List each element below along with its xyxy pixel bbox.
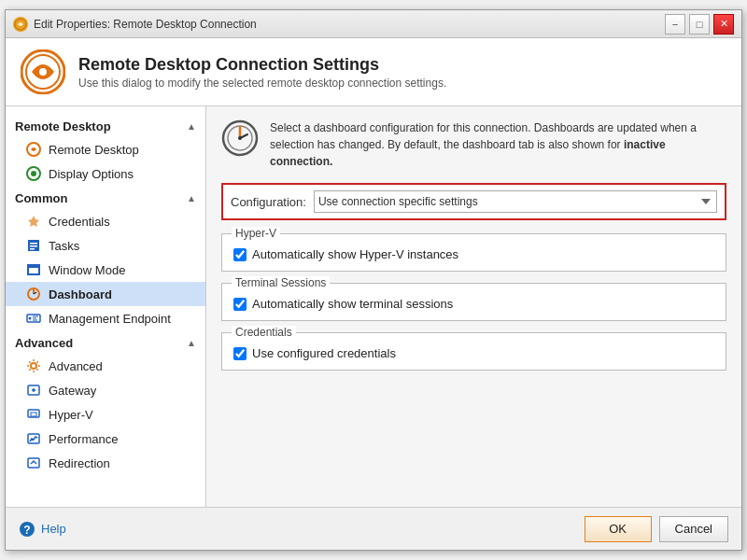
- terminal-sessions-checkbox[interactable]: [233, 298, 247, 311]
- sidebar-item-window-mode[interactable]: Window Mode: [6, 258, 205, 282]
- close-button[interactable]: ✕: [713, 14, 734, 35]
- svg-point-3: [39, 68, 47, 76]
- config-label: Configuration:: [231, 195, 306, 209]
- sidebar-item-tasks[interactable]: Tasks: [6, 233, 205, 258]
- sidebar: Remote Desktop ▲ Remote Desktop Display …: [6, 106, 206, 507]
- credentials-checkbox-label[interactable]: Use configured credentials: [233, 346, 396, 360]
- window-title: Edit Properties: Remote Desktop Connecti…: [34, 18, 665, 31]
- svg-rect-10: [30, 248, 35, 250]
- sidebar-section-remote-desktop[interactable]: Remote Desktop ▲: [6, 114, 205, 137]
- window-mode-icon: [26, 262, 41, 277]
- help-icon: ?: [19, 521, 35, 538]
- content-panel: Select a dashboard configuration for thi…: [206, 106, 741, 507]
- performance-icon: [26, 431, 41, 446]
- display-options-icon: [26, 166, 41, 181]
- header-text-block: Remote Desktop Connection Settings Use t…: [78, 55, 446, 90]
- dialog-subtitle: Use this dialog to modify the selected r…: [78, 77, 446, 90]
- terminal-sessions-checkbox-row: Automatically show terminal sessions: [233, 297, 714, 311]
- svg-rect-21: [28, 458, 39, 468]
- svg-point-15: [29, 317, 32, 320]
- hyper-v-group: Hyper-V Automatically show Hyper-V insta…: [221, 233, 726, 272]
- chevron-up-icon-common: ▲: [187, 193, 196, 203]
- configuration-row: Configuration: Use connection specific s…: [221, 183, 726, 220]
- credentials-checkbox[interactable]: [233, 347, 247, 360]
- tasks-icon: [26, 238, 41, 253]
- terminal-sessions-checkbox-label[interactable]: Automatically show terminal sessions: [233, 297, 453, 311]
- dialog-header: Remote Desktop Connection Settings Use t…: [6, 38, 741, 106]
- maximize-button[interactable]: □: [689, 14, 710, 35]
- sidebar-item-advanced[interactable]: Advanced: [6, 354, 205, 378]
- hyper-v-group-title: Hyper-V: [232, 227, 280, 240]
- dialog-footer: ? Help OK Cancel: [6, 507, 741, 550]
- help-button[interactable]: ? Help: [19, 521, 66, 538]
- sidebar-item-management-endpoint[interactable]: Management Endpoint: [6, 306, 205, 330]
- config-select[interactable]: Use connection specific settingsDefaultC…: [314, 190, 717, 213]
- advanced-icon: [26, 358, 41, 373]
- dashboard-description-text: Select a dashboard configuration for thi…: [270, 119, 726, 170]
- sidebar-section-advanced[interactable]: Advanced ▲: [6, 330, 205, 354]
- chevron-up-icon-advanced: ▲: [187, 338, 196, 348]
- sidebar-item-display-options[interactable]: Display Options: [6, 161, 205, 186]
- svg-rect-9: [30, 245, 37, 247]
- management-endpoint-icon: [26, 311, 41, 326]
- svg-rect-12: [28, 265, 39, 268]
- gateway-icon: [26, 383, 41, 398]
- credentials-group: Credentials Use configured credentials: [221, 332, 726, 371]
- hyper-v-checkbox[interactable]: [233, 248, 247, 261]
- sidebar-item-performance[interactable]: Performance: [6, 427, 205, 451]
- svg-point-16: [31, 363, 36, 369]
- hyper-v-checkbox-row: Automatically show Hyper-V instances: [233, 247, 714, 261]
- remote-desktop-nav-icon: [26, 142, 41, 157]
- terminal-sessions-group: Terminal Sessions Automatically show ter…: [221, 283, 726, 321]
- svg-rect-19: [31, 413, 36, 416]
- redirection-icon: [26, 455, 41, 470]
- remote-desktop-logo: [21, 49, 65, 94]
- svg-text:?: ?: [23, 523, 30, 536]
- terminal-sessions-group-title: Terminal Sessions: [232, 276, 330, 289]
- credentials-group-title: Credentials: [232, 326, 296, 339]
- sidebar-item-dashboard[interactable]: Dashboard: [6, 282, 205, 306]
- svg-rect-8: [30, 243, 37, 245]
- hyperv-icon: [26, 407, 41, 422]
- sidebar-item-redirection[interactable]: Redirection: [6, 451, 205, 475]
- app-icon: [13, 17, 28, 32]
- footer-action-buttons: OK Cancel: [585, 516, 728, 542]
- ok-button[interactable]: OK: [585, 516, 652, 542]
- hyper-v-checkbox-label[interactable]: Automatically show Hyper-V instances: [233, 247, 458, 261]
- dialog-title: Remote Desktop Connection Settings: [78, 55, 446, 75]
- minimize-button[interactable]: −: [665, 14, 685, 35]
- sidebar-item-remote-desktop[interactable]: Remote Desktop: [6, 137, 205, 161]
- svg-point-24: [238, 136, 242, 140]
- window-controls: − □ ✕: [665, 14, 734, 35]
- main-window: Edit Properties: Remote Desktop Connecti…: [5, 9, 742, 551]
- sidebar-item-gateway[interactable]: Gateway: [6, 378, 205, 402]
- svg-point-6: [31, 171, 36, 176]
- main-content: Remote Desktop ▲ Remote Desktop Display …: [6, 106, 741, 507]
- dashboard-content-icon: [221, 119, 259, 157]
- credentials-icon: [26, 214, 41, 229]
- sidebar-item-hyper-v[interactable]: Hyper-V: [6, 402, 205, 427]
- cancel-button[interactable]: Cancel: [659, 516, 728, 542]
- dashboard-icon: [26, 287, 41, 301]
- title-bar: Edit Properties: Remote Desktop Connecti…: [6, 10, 741, 38]
- dashboard-description-block: Select a dashboard configuration for thi…: [221, 119, 726, 170]
- credentials-checkbox-row: Use configured credentials: [233, 346, 714, 360]
- chevron-up-icon: ▲: [187, 121, 196, 132]
- sidebar-item-credentials[interactable]: Credentials: [6, 209, 205, 233]
- sidebar-section-common[interactable]: Common ▲: [6, 186, 205, 209]
